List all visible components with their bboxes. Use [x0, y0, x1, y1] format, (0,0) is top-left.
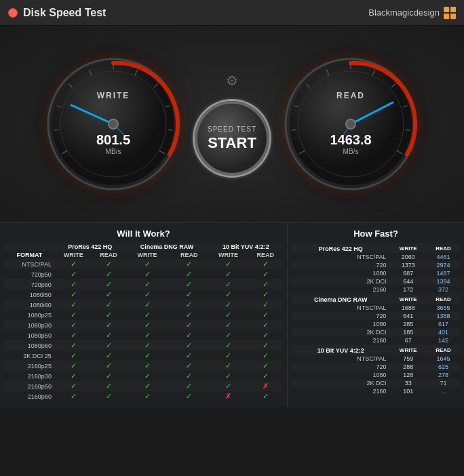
gear-icon[interactable]: ⚙: [226, 73, 238, 89]
hf-row-label: 2160: [292, 387, 390, 395]
check-cell: ✓: [209, 300, 248, 310]
svg-text:801.5: 801.5: [96, 132, 130, 147]
hf-write-val: 33: [390, 379, 427, 387]
list-item: NTSC/PAL20604461: [292, 253, 460, 261]
check-cell: ✓: [55, 290, 92, 300]
check-cell: ✓: [248, 340, 283, 351]
table-row: 1080i60✓✓✓✓✓✓: [4, 300, 283, 310]
table-row: 720p50✓✓✓✓✓✓: [4, 269, 283, 279]
check-cell: ✓: [92, 279, 125, 290]
check-cell: ✓: [55, 310, 92, 320]
check-cell: ✓: [170, 300, 209, 310]
check-cell: ✓: [92, 371, 125, 381]
hf-row-label: 720: [292, 312, 390, 320]
check-cell: ✓: [55, 381, 92, 391]
check-cell: ✓: [55, 330, 92, 340]
hf-row-label: 2160: [292, 336, 390, 344]
check-cell: ✓: [170, 371, 209, 381]
hf-write-label: WRITE: [390, 344, 427, 355]
check-cell: ✓: [92, 330, 125, 340]
hf-section-header: ProRes 422 HQWRITEREAD: [292, 243, 460, 253]
hf-read-label: READ: [427, 344, 460, 355]
list-item: 720288625: [292, 363, 460, 371]
app-title: Disk Speed Test: [23, 7, 106, 19]
hf-read-val: 3655: [427, 304, 460, 312]
hf-write-val: 285: [390, 320, 427, 328]
check-cell: ✓: [92, 391, 125, 401]
hf-read-val: 1388: [427, 312, 460, 320]
check-cell: ✓: [248, 310, 283, 320]
read-gauge-wrap: READ 1463.8 MB/s: [283, 56, 419, 192]
check-cell: ✓: [92, 269, 125, 279]
format-col-label: FORMAT: [4, 251, 55, 259]
hf-section-header: Cinema DNG RAWWRITEREAD: [292, 294, 460, 304]
hf-row-label: 720: [292, 363, 390, 371]
hf-section-name: Cinema DNG RAW: [292, 294, 390, 304]
hf-write-val: 1373: [390, 261, 427, 269]
svg-text:MB/s: MB/s: [343, 148, 359, 155]
table-row: 2160p25✓✓✓✓✓✓: [4, 361, 283, 371]
check-cell: ✓: [125, 391, 169, 401]
check-cell: ✓: [55, 279, 92, 290]
start-button[interactable]: SPEED TEST START: [195, 101, 269, 176]
hf-row-label: 1080: [292, 320, 390, 328]
write-gauge-container: WRITE 801.5 MB/s: [45, 56, 181, 192]
table-row: 2K DCI 25✓✓✓✓✓✓: [4, 351, 283, 361]
check-cell: ✓: [170, 381, 209, 391]
table-row: 1080p50✓✓✓✓✓✓: [4, 330, 283, 340]
hf-row-label: 1080: [292, 371, 390, 379]
check-cell: ✓: [125, 320, 169, 330]
check-cell: ✓: [248, 330, 283, 340]
check-cell: ✓: [125, 340, 169, 351]
hf-read-val: 1394: [427, 277, 460, 285]
hf-row-label: 1080: [292, 269, 390, 277]
check-cell: ✓: [209, 330, 248, 340]
gauges-section: WRITE 801.5 MB/s ⚙ SPEED TEST START: [0, 26, 464, 222]
hf-write-val: 2060: [390, 253, 427, 261]
list-item: 2K DCI3371: [292, 379, 460, 387]
check-cell: ✓: [55, 269, 92, 279]
check-cell: ✓: [209, 320, 248, 330]
how-fast-panel: How Fast? ProRes 422 HQWRITEREADNTSC/PAL…: [288, 223, 464, 407]
check-cell: ✓: [170, 310, 209, 320]
close-button[interactable]: [8, 8, 18, 18]
check-cell: ✓: [55, 340, 92, 351]
table-row: 2160p30✓✓✓✓✓✓: [4, 371, 283, 381]
yuv-header: 10 Bit YUV 4:2:2: [209, 243, 283, 251]
hf-read-val: 1645: [427, 355, 460, 363]
check-cell: ✓: [125, 300, 169, 310]
hf-row-label: 2160: [292, 285, 390, 294]
format-cell: 1080p50: [4, 330, 55, 340]
cdng-write-header: WRITE: [125, 251, 169, 259]
hf-section-name: 10 Bit YUV 4:2:2: [292, 344, 390, 355]
check-cell: ✓: [248, 391, 283, 401]
check-cell: ✓: [209, 269, 248, 279]
hf-read-val: 71: [427, 379, 460, 387]
check-cell: ✓: [92, 320, 125, 330]
check-cell: ✓: [209, 351, 248, 361]
cross-cell: ✗: [248, 381, 283, 391]
hf-write-val: 687: [390, 269, 427, 277]
read-gauge: READ 1463.8 MB/s: [283, 56, 412, 185]
hf-row-label: NTSC/PAL: [292, 253, 390, 261]
check-cell: ✓: [248, 320, 283, 330]
start-label: START: [208, 134, 256, 152]
pr-read-header: READ: [92, 251, 125, 259]
check-cell: ✓: [92, 300, 125, 310]
hf-row-label: 2K DCI: [292, 379, 390, 387]
check-cell: ✓: [92, 340, 125, 351]
check-cell: ✓: [209, 371, 248, 381]
check-cell: ✓: [248, 269, 283, 279]
start-button-container: ⚙ SPEED TEST START: [195, 73, 269, 176]
hf-read-val: 617: [427, 320, 460, 328]
svg-point-16: [109, 119, 118, 129]
hf-read-val: 2974: [427, 261, 460, 269]
hf-section-header: 10 Bit YUV 4:2:2WRITEREAD: [292, 344, 460, 355]
cdng-header: Cinema DNG RAW: [125, 243, 208, 251]
hf-read-val: 625: [427, 363, 460, 371]
cross-cell: ✗: [209, 391, 248, 401]
hf-write-val: 644: [390, 277, 427, 285]
table-row: 720p60✓✓✓✓✓✓: [4, 279, 283, 290]
yuv-write-header: WRITE: [209, 251, 248, 259]
check-cell: ✓: [209, 279, 248, 290]
